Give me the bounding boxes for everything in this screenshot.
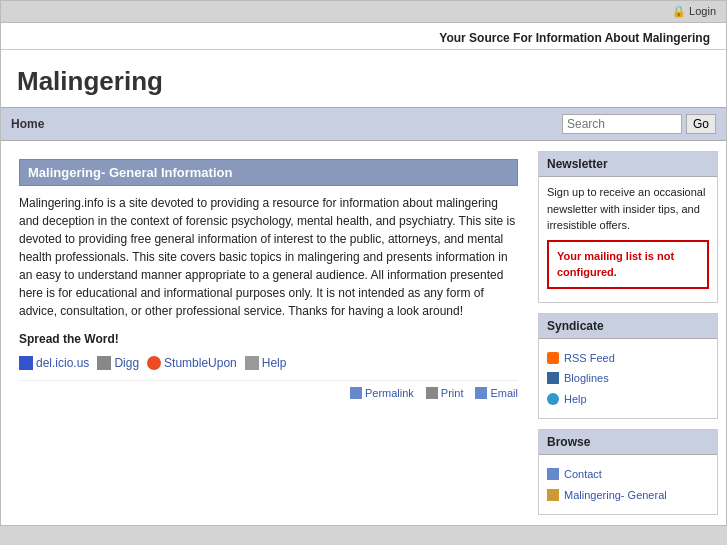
nav-home[interactable]: Home bbox=[11, 117, 44, 131]
site-title-text: Malingering bbox=[17, 66, 163, 96]
stumbleupon-link[interactable]: StumbleUpon bbox=[147, 356, 237, 370]
content-body: Malingering.info is a site devoted to pr… bbox=[19, 194, 518, 320]
help-icon bbox=[245, 356, 259, 370]
rss-feed-item: RSS Feed bbox=[547, 350, 709, 367]
permalink-link[interactable]: Permalink bbox=[350, 387, 414, 399]
stumble-icon bbox=[147, 356, 161, 370]
browse-header: Browse bbox=[539, 430, 717, 455]
delicious-icon bbox=[19, 356, 33, 370]
print-icon bbox=[426, 387, 438, 399]
post-footer-links: Permalink Print Email bbox=[19, 380, 518, 405]
print-link[interactable]: Print bbox=[426, 387, 464, 399]
search-input[interactable] bbox=[562, 114, 682, 134]
nav-bar: Home Go bbox=[1, 107, 726, 141]
syndicate-content: RSS Feed Bloglines Help bbox=[539, 339, 717, 419]
tagline: Your Source For Information About Maling… bbox=[439, 31, 710, 45]
newsletter-content: Sign up to receive an occasional newslet… bbox=[539, 177, 717, 302]
search-button[interactable]: Go bbox=[686, 114, 716, 134]
syndicate-help-item: Help bbox=[547, 391, 709, 408]
rss-icon bbox=[547, 352, 559, 364]
content-header: Malingering- General Information bbox=[19, 159, 518, 186]
sidebar: Newsletter Sign up to receive an occasio… bbox=[528, 151, 718, 525]
newsletter-description: Sign up to receive an occasional newslet… bbox=[547, 184, 709, 234]
bloglines-item: Bloglines bbox=[547, 370, 709, 387]
digg-link[interactable]: Digg bbox=[97, 356, 139, 370]
folder-icon bbox=[547, 489, 559, 501]
syndicate-header: Syndicate bbox=[539, 314, 717, 339]
rss-link[interactable]: RSS Feed bbox=[564, 350, 615, 367]
syndicate-help-link[interactable]: Help bbox=[564, 391, 587, 408]
nav-search: Go bbox=[562, 114, 716, 134]
contact-page-icon bbox=[547, 468, 559, 480]
top-bar: 🔒 Login bbox=[1, 1, 726, 23]
email-icon bbox=[475, 387, 487, 399]
site-title: Malingering bbox=[1, 50, 726, 107]
main-layout: Malingering- General Information Malinge… bbox=[1, 151, 726, 525]
social-links: del.icio.us Digg StumbleUpon Help bbox=[19, 356, 518, 370]
malingering-general-link[interactable]: Malingering- General bbox=[564, 487, 667, 504]
malingering-general-item: Malingering- General bbox=[547, 487, 709, 504]
help-social-link[interactable]: Help bbox=[245, 356, 287, 370]
newsletter-box: Newsletter Sign up to receive an occasio… bbox=[538, 151, 718, 303]
info-icon bbox=[547, 393, 559, 405]
browse-content: Contact Malingering- General bbox=[539, 455, 717, 514]
contact-link[interactable]: Contact bbox=[564, 466, 602, 483]
bloglines-icon bbox=[547, 372, 559, 384]
contact-item: Contact bbox=[547, 466, 709, 483]
content-area: Malingering- General Information Malinge… bbox=[9, 151, 528, 525]
delicious-link[interactable]: del.icio.us bbox=[19, 356, 89, 370]
page-icon bbox=[350, 387, 362, 399]
email-link[interactable]: Email bbox=[475, 387, 518, 399]
lock-icon: 🔒 bbox=[672, 5, 686, 17]
digg-icon bbox=[97, 356, 111, 370]
newsletter-error: Your mailing list is not configured. bbox=[547, 240, 709, 289]
login-link[interactable]: Login bbox=[689, 5, 716, 17]
newsletter-header: Newsletter bbox=[539, 152, 717, 177]
header: Your Source For Information About Maling… bbox=[1, 23, 726, 50]
spread-word-label: Spread the Word! bbox=[19, 330, 518, 348]
bloglines-link[interactable]: Bloglines bbox=[564, 370, 609, 387]
syndicate-box: Syndicate RSS Feed Bloglines Help bbox=[538, 313, 718, 420]
browse-box: Browse Contact Malingering- General bbox=[538, 429, 718, 515]
